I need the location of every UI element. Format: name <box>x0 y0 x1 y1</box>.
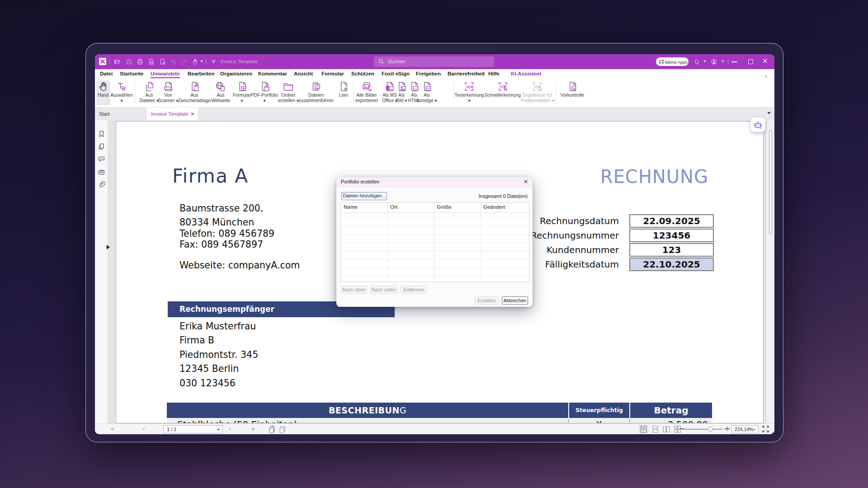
export-page-icon[interactable] <box>148 58 155 65</box>
print-icon[interactable] <box>137 58 143 65</box>
next-page-button[interactable]: › <box>229 425 231 432</box>
continuous-view-icon[interactable] <box>651 425 660 434</box>
ribbon-from-files-button[interactable]: AusDateien ▾ <box>140 81 159 103</box>
ribbon-folder-button[interactable]: Ordnererstellen ▾ <box>278 81 299 103</box>
pages-icon[interactable] <box>98 143 105 150</box>
fullscreen-icon[interactable] <box>762 426 769 432</box>
ribbon-preflight-button[interactable]: AVorkontrolle <box>561 81 585 98</box>
create-button[interactable]: Erstellen <box>474 296 499 305</box>
menu-startseite[interactable]: Startseite <box>120 71 143 76</box>
redo-icon[interactable] <box>180 58 187 65</box>
dialog-remove-button[interactable]: Entfernen <box>401 286 427 294</box>
prev-page-button[interactable]: ‹ <box>143 425 145 432</box>
page-indicator-input[interactable]: 1 / 1 <box>163 425 223 433</box>
menu-hilfe[interactable]: Hilfe <box>488 71 500 76</box>
account-caret-icon[interactable] <box>722 61 724 62</box>
blank-icon <box>338 81 349 92</box>
dialog-column-0[interactable]: Name <box>344 204 358 210</box>
ribbon-as-other-button[interactable]: Alssonstige ▾ <box>416 81 437 103</box>
ribbon-form-button[interactable]: Formular▾ <box>233 81 251 103</box>
ribbon-ocr-results-button[interactable]: OCRErgebnisse fürProblemstellen ▾ <box>521 81 554 103</box>
sidebar-expand-icon[interactable] <box>107 245 110 249</box>
portfolio-icon[interactable] <box>98 168 105 176</box>
dialog-file-table[interactable]: NameOrtGrößeGeändert <box>340 202 529 282</box>
invoice-table-header: BESCHREIBUNG Steuerpflichtig Betrag <box>167 403 712 418</box>
comments-icon[interactable] <box>98 155 105 163</box>
resize-grip[interactable] <box>769 430 774 434</box>
facing-continuous-view-icon[interactable] <box>673 425 682 434</box>
tab-close-icon[interactable]: ✕ <box>190 108 194 120</box>
ribbon-scanner-button[interactable]: VonScanner ▾ <box>158 81 178 103</box>
dialog-column-1[interactable]: Ort <box>390 204 397 210</box>
scrollbar-thumb[interactable] <box>769 130 772 234</box>
first-page-button[interactable]: « <box>111 425 114 432</box>
foxit-logo-icon[interactable] <box>99 58 106 65</box>
hand-tool-caret-icon[interactable] <box>200 61 203 62</box>
tab-list-caret-icon[interactable] <box>767 112 771 114</box>
menu-umwandeln[interactable]: Umwandeln <box>151 71 180 78</box>
menu-datei[interactable]: Datei <box>100 71 113 76</box>
ribbon-ocr-fast-button[interactable]: OCRSchnellerkennung <box>485 81 521 98</box>
ribbon-select-button[interactable]: Auswählen▾ <box>111 81 133 103</box>
minimize-button[interactable] <box>731 61 737 62</box>
hand-tool-icon[interactable] <box>192 58 198 65</box>
ribbon-collapse-icon[interactable]: ∧ <box>764 74 768 79</box>
ribbon-ocr-button[interactable]: OCRTexterkennung▾ <box>454 81 484 103</box>
dialog-move-up-button[interactable]: Nach oben <box>341 286 367 294</box>
account-avatar-icon[interactable] <box>711 58 717 65</box>
next-view-icon[interactable] <box>278 425 287 433</box>
insert-page-icon[interactable] <box>159 58 166 65</box>
close-button[interactable]: ✕ <box>762 57 768 65</box>
open-file-icon[interactable] <box>114 58 121 65</box>
ribbon-as-image-button[interactable]: AlsBild ▾ <box>396 81 407 103</box>
dialog-move-down-button[interactable]: Nach unten <box>370 286 398 294</box>
menu-kiassistent[interactable]: KI-Assistent <box>511 71 541 76</box>
bookmarks-icon[interactable] <box>98 130 105 138</box>
attachments-icon[interactable] <box>98 181 105 188</box>
dialog-column-3[interactable]: Geändert <box>483 204 505 210</box>
maximize-button[interactable] <box>748 59 753 64</box>
dialog-titlebar[interactable]: Portfolio erstellen ✕ <box>336 177 533 187</box>
ribbon-webpage-button[interactable]: AusWebseite <box>211 81 230 103</box>
zoom-slider[interactable] <box>683 429 722 430</box>
typewriter-collapse-icon[interactable] <box>210 58 217 65</box>
ai-assistant-button[interactable] <box>750 117 765 132</box>
vertical-scrollbar[interactable] <box>766 120 774 423</box>
dialog-close-icon[interactable]: ✕ <box>524 178 528 185</box>
save-icon[interactable] <box>126 58 132 65</box>
zoom-slider-handle[interactable] <box>708 427 713 432</box>
undo-icon[interactable] <box>170 58 177 65</box>
notifications-bell-icon[interactable] <box>693 58 700 65</box>
add-files-button[interactable]: Dateien hinzufügen... <box>341 192 387 200</box>
ribbon-ms-office-button[interactable]: Als MSOffice ▾ <box>382 81 397 103</box>
menu-bearbeiten[interactable]: Bearbeiten <box>188 71 214 76</box>
meine-apps-button[interactable]: Meine Apps <box>656 57 689 66</box>
menu-ansicht[interactable]: Ansicht <box>294 71 313 76</box>
facing-view-icon[interactable] <box>661 425 671 434</box>
search-input[interactable]: Suchen <box>374 56 494 67</box>
bell-caret-icon[interactable] <box>703 61 706 62</box>
single-page-view-icon[interactable] <box>639 425 648 434</box>
menu-organisieren[interactable]: Organisieren <box>220 71 252 76</box>
menu-formular[interactable]: Formular <box>321 71 344 76</box>
prev-view-icon[interactable] <box>268 425 276 433</box>
tab-start[interactable]: Start <box>95 108 146 120</box>
dialog-column-2[interactable]: Größe <box>437 204 452 210</box>
ribbon-clipboard-button[interactable]: AusZwischenablage <box>178 81 211 103</box>
cancel-button[interactable]: Abbrechen <box>502 296 528 305</box>
menu-freigeben[interactable]: Freigeben <box>416 71 441 76</box>
menu-foxitesign[interactable]: Foxit eSign <box>382 71 410 76</box>
ribbon-merge-button[interactable]: Dateienzusammenführen <box>298 81 333 103</box>
tab-invoice-template[interactable]: Invoice Template✕ <box>146 108 198 120</box>
menu-schtzen[interactable]: Schützen <box>351 71 374 76</box>
titlebar: Invoice Template Suchen Meine Apps <box>95 54 774 69</box>
ribbon-portfolio-button[interactable]: PDF-Portfolio▾ <box>251 81 278 103</box>
ribbon-images-button[interactable]: Alle Bilderexportieren <box>355 81 378 103</box>
menu-kommentar[interactable]: Kommentar <box>258 71 287 76</box>
last-page-button[interactable]: » <box>251 425 255 432</box>
ribbon-hand-button[interactable]: Hand <box>98 81 109 98</box>
zoom-level-input[interactable]: 224,14% <box>731 425 759 433</box>
ribbon-blank-button[interactable]: Leer <box>338 81 349 98</box>
menu-barrierefreiheit[interactable]: Barrierefreiheit <box>448 71 485 76</box>
portfolio-icon <box>259 81 270 92</box>
